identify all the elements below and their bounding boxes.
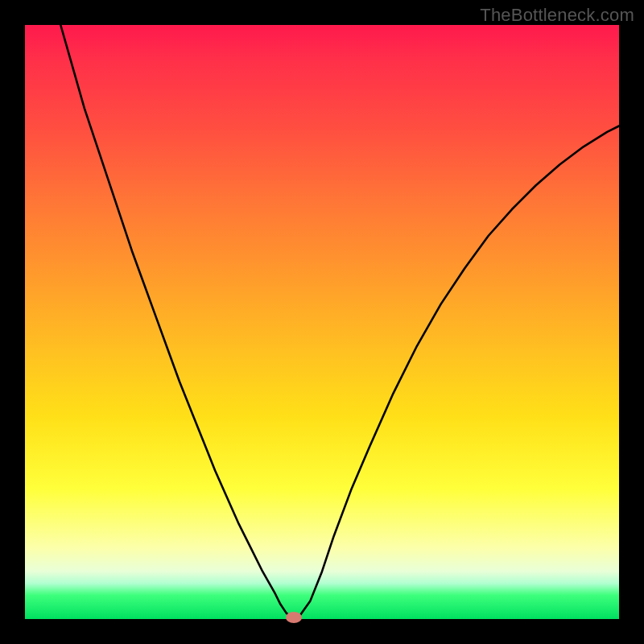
chart-container: TheBottleneck.com [0,0,644,644]
optimal-point-marker [286,612,302,623]
curve-svg [25,25,619,619]
watermark-text: TheBottleneck.com [480,5,634,26]
gradient-plot-area [25,25,619,619]
bottleneck-curve [60,25,619,618]
